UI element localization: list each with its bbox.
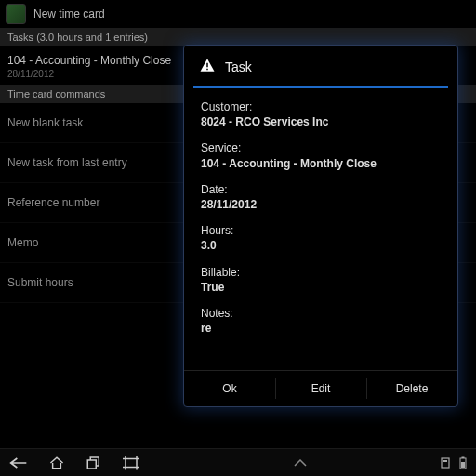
system-navbar (0, 448, 476, 476)
field-date: Date: 28/11/2012 (201, 182, 441, 212)
label-customer: Customer: (201, 99, 441, 114)
edit-button[interactable]: Edit (275, 371, 366, 406)
titlebar: New time card (0, 0, 476, 28)
status-icon-1 (441, 457, 450, 469)
field-service: Service: 104 - Accounting - Monthly Clos… (201, 140, 441, 170)
back-icon[interactable] (9, 456, 28, 469)
expand-caret-icon[interactable] (294, 459, 307, 467)
field-hours: Hours: 3.0 (201, 223, 441, 253)
value-billable: True (201, 280, 441, 295)
value-notes: re (201, 321, 441, 336)
svg-rect-8 (461, 462, 465, 468)
app-icon (6, 4, 26, 24)
svg-rect-0 (206, 63, 208, 68)
value-date: 28/11/2012 (201, 197, 441, 212)
label-service: Service: (201, 140, 441, 155)
screenshot-icon[interactable] (123, 456, 139, 470)
label-hours: Hours: (201, 223, 441, 238)
dialog-header: Task (184, 46, 457, 86)
value-service: 104 - Accounting - Monthly Close (201, 156, 441, 171)
field-notes: Notes: re (201, 306, 441, 336)
svg-rect-4 (442, 458, 449, 468)
field-customer: Customer: 8024 - RCO Services Inc (201, 99, 441, 129)
value-hours: 3.0 (201, 238, 441, 253)
label-billable: Billable: (201, 265, 441, 280)
page-title: New time card (33, 7, 105, 20)
svg-rect-3 (126, 458, 137, 467)
svg-rect-2 (87, 460, 96, 469)
dialog-body: Customer: 8024 - RCO Services Inc Servic… (184, 99, 457, 370)
dialog-buttons: Ok Edit Delete (184, 370, 457, 406)
home-icon[interactable] (48, 456, 65, 470)
field-billable: Billable: True (201, 265, 441, 295)
dialog-divider (193, 86, 448, 88)
svg-rect-1 (206, 69, 208, 71)
battery-icon (459, 456, 467, 469)
delete-button[interactable]: Delete (366, 371, 457, 406)
dialog-title: Task (225, 60, 252, 74)
task-dialog: Task Customer: 8024 - RCO Services Inc S… (183, 45, 458, 407)
svg-rect-5 (443, 460, 447, 462)
svg-rect-7 (462, 456, 465, 458)
tasks-section-header: Tasks (3.0 hours and 1 entries) (0, 28, 476, 46)
recent-apps-icon[interactable] (86, 456, 102, 470)
value-customer: 8024 - RCO Services Inc (201, 114, 441, 129)
label-notes: Notes: (201, 306, 441, 321)
warning-icon (199, 57, 216, 77)
label-date: Date: (201, 182, 441, 197)
ok-button[interactable]: Ok (184, 371, 275, 406)
